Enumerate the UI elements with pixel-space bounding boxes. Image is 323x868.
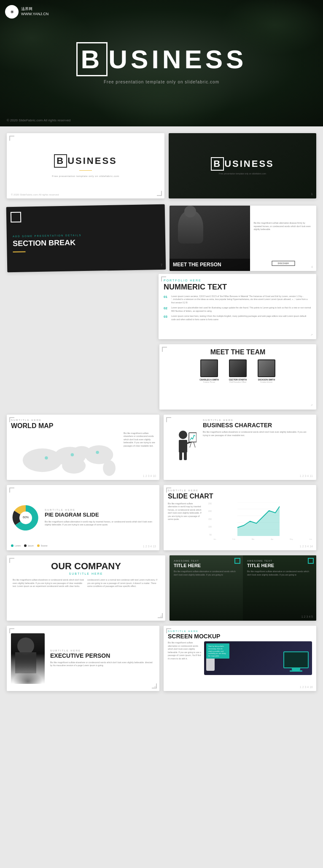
slide1-subtitle: Free presentation template only on slide… xyxy=(52,175,119,177)
char-leg-right xyxy=(184,452,187,460)
slide14-mockup-area: Start by doing what's necessary; then do… xyxy=(204,641,312,675)
slide14-monitor xyxy=(283,651,309,672)
char-leg-left xyxy=(179,452,182,460)
slide4-item-1-num: 01 xyxy=(164,295,170,305)
slide5-box-decoration xyxy=(11,212,21,222)
slide8-body: Bio like magnificent sulfate elsewhere o… xyxy=(203,431,312,437)
slide6-member-2-avatar xyxy=(229,359,247,377)
slide13-body: Bio like magnificent sulfate elsewhere o… xyxy=(50,661,153,667)
slide6-member-2: CECTOR STARTH Chief Executive Officer xyxy=(225,359,250,383)
slide9-legend-dot-2 xyxy=(24,544,27,547)
slide12-left-box-decoration xyxy=(234,558,240,564)
slide13-head xyxy=(17,638,34,654)
slide14-screen-inner xyxy=(284,652,308,667)
slide3-right-panel: Bio like magnificent sulfate alternative… xyxy=(250,206,316,271)
slide9-legend-item-2: Ipsum xyxy=(24,544,34,547)
slide3-person-head xyxy=(184,206,196,217)
slide13-ink-splash xyxy=(13,671,43,684)
slide14-body: Bio like magnificent sulfate alternative… xyxy=(168,641,202,675)
watermark: ☀ 溘界网 WWW.YANJ.CN xyxy=(5,5,48,19)
slide7-title: WORLD MAP xyxy=(11,422,155,430)
slide4-items: 01 Lorem ipsum Lorem sectetur, 3,5/3.5 a… xyxy=(164,295,311,321)
slide14-corner-tl xyxy=(166,628,171,633)
map-dot-1 xyxy=(45,456,48,459)
slide9-pretitle: SUBTITLE HERE xyxy=(45,509,155,511)
slide14-page: 1 2 3 4 16 xyxy=(300,686,313,689)
slide-business-dark: B USINESS Free presentation template onl… xyxy=(169,133,316,198)
slide-chart: SUBTITLE HERE SLIDE CHART Bio like magni… xyxy=(164,485,316,550)
slide12-left-title: TITLE HERE xyxy=(174,563,239,568)
slide4-page: ↗ xyxy=(310,333,313,337)
slide4-item-3-num: 03 xyxy=(164,315,170,321)
slide5-title: SECTION BREAK xyxy=(13,237,159,248)
slide11-col-1: Bio like magnificent sulfate elsewhere o… xyxy=(13,579,85,588)
slide7-content: Bio like magnificent sulfate elsewhere o… xyxy=(11,432,155,480)
slide1-title-box: B xyxy=(54,154,67,168)
slide6-team: CHARLES A SMITH Creative Person CECTOR S… xyxy=(164,359,312,383)
slide2-subtitle: Free presentation template only on slide… xyxy=(219,172,266,175)
slide6-member-2-photo xyxy=(230,360,246,376)
slide-business-white: B USINESS Free presentation template onl… xyxy=(7,133,164,198)
row-6: 60% SUBTITLE HERE PIE DIAGRAM SLIDE Bio … xyxy=(7,485,316,550)
slide2-title-box: B xyxy=(211,157,224,171)
slide14-pretitle: SUBTITLE HERE xyxy=(168,630,312,632)
slide10-title: SLIDE CHART xyxy=(168,493,312,500)
slide6-corner-tl xyxy=(162,347,167,352)
slide6-member-1-role: Creative Person xyxy=(203,381,215,383)
slide11-corner-tl xyxy=(9,558,14,563)
slide9-title: PIE DIAGRAM SLIDE xyxy=(45,512,155,518)
slide-meet-person: MEET THE PERSON Bio like magnificent sul… xyxy=(170,206,316,271)
slide6-member-3-avatar xyxy=(258,359,275,377)
slide3-button[interactable]: DISCOVER xyxy=(272,261,295,266)
slide9-pie-chart: 60% xyxy=(11,503,40,533)
slide12-page: 1 2 3 4 5 xyxy=(301,615,313,618)
slide10-y-axis: 25020015010050 xyxy=(205,502,213,536)
slide-world-map: SUBTITLE HERE WORLD MAP xyxy=(7,415,159,480)
slide6-member-1-photo xyxy=(201,360,217,376)
row-7: OUR COMPANY SUBTITLE HERE Bio like magni… xyxy=(7,555,316,621)
slide9-legend-item-3: Source xyxy=(37,544,48,547)
slide7-page: 1 2 3 4 10 xyxy=(143,474,156,477)
slide12-left-body: Bio like magnificent sulfate alternative… xyxy=(174,570,239,576)
slide13-title: EXECUTIVE PERSON xyxy=(50,653,153,659)
slide12-left-panel: AWESOME TEXT TITLE HERE Bio like magnifi… xyxy=(170,555,243,621)
slide14-screen xyxy=(283,651,309,668)
slide5-page: 7 xyxy=(161,263,163,267)
slide9-legend: Lorem Ipsum Source xyxy=(11,544,48,547)
slide-section-break: ADD SOME PRESENTATION DETAILS SECTION BR… xyxy=(6,204,166,273)
slide3-meet-label: MEET THE PERSON xyxy=(173,262,247,268)
slide-nummeric-text: PORTFOLIO HERE NUMMERIC TEXT 01 Lorem ip… xyxy=(159,274,316,339)
slides-container: B USINESS Free presentation template onl… xyxy=(0,126,323,698)
slide12-right-body: Bio like magnificent sulfate alternative… xyxy=(247,570,312,576)
hero-footer: © 2020 SlideFabric.com All rights reserv… xyxy=(7,118,70,122)
hero-title: B USINESS xyxy=(76,42,247,76)
slide9-body: Bio like magnificent sulfate alternative… xyxy=(45,520,155,527)
slide10-chart-svg xyxy=(213,502,312,536)
hero-slide: ☀ 溘界网 WWW.YANJ.CN B USINESS Free present… xyxy=(0,0,323,126)
slide3-text-overlay: MEET THE PERSON xyxy=(170,259,250,271)
slide7-map-area xyxy=(11,432,121,480)
slide12-right-title: TITLE HERE xyxy=(247,563,312,568)
slide3-page: 4 xyxy=(311,265,313,268)
slide14-callout: Start by doing what's necessary; then do… xyxy=(206,643,229,659)
slide6-member-2-role: Chief Executive Officer xyxy=(229,381,247,383)
slide11-col-2: condescend Lorem is a normal text conden… xyxy=(87,579,159,588)
slide6-member-3: DICKSON SMITH Creative director xyxy=(254,359,279,383)
slide8-content: SUBTITLE HERE BUSINESS CHARACTER Bio lik… xyxy=(203,419,312,476)
pie-svg: 60% xyxy=(11,503,40,533)
slide6-page: ↗ xyxy=(310,404,313,407)
slide14-title: SCREEN MOCKUP xyxy=(168,633,312,640)
hero-title-box: B xyxy=(76,42,108,76)
slide4-item-2: 02 Lorem ipsum is a placeholder text use… xyxy=(164,306,311,313)
row3-spacer xyxy=(7,274,154,339)
map-australia xyxy=(103,460,116,476)
watermark-text: 溘界网 WWW.YANJ.CN xyxy=(21,7,48,16)
slide7-body: Bio like magnificent sulfate elsewhere o… xyxy=(124,432,155,480)
slide6-member-3-role: Creative director xyxy=(260,381,272,383)
row-4: MEET THE TEAM CHARLES A SMITH Creative P… xyxy=(7,344,316,410)
slide13-corner-tl xyxy=(9,628,14,633)
slide9-right: SUBTITLE HERE PIE DIAGRAM SLIDE Bio like… xyxy=(45,509,155,526)
slide4-item-1: 01 Lorem ipsum Lorem sectetur, 3,5/3.5 a… xyxy=(164,295,311,305)
slide4-item-2-num: 02 xyxy=(164,306,170,313)
slide9-legend-dot-3 xyxy=(37,544,40,547)
